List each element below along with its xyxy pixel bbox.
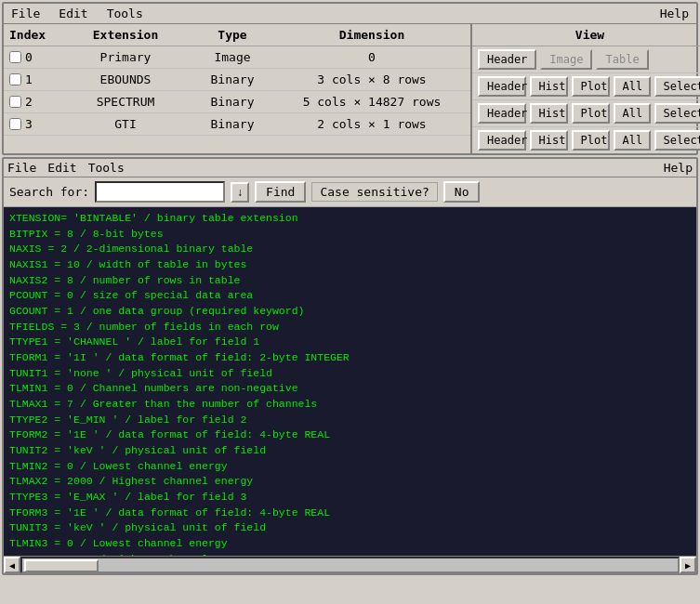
- top-menu-file[interactable]: File: [7, 6, 44, 21]
- row1-index: 1: [25, 72, 33, 86]
- row3-index: 3: [25, 117, 33, 131]
- hscroll-right-button[interactable]: ▶: [680, 557, 696, 573]
- content-line: TFORM3 = '1E ' / data format of field: 4…: [9, 506, 678, 521]
- row1-all-button[interactable]: All: [614, 76, 651, 97]
- row0-dimension: 0: [279, 50, 465, 64]
- row3-all-button[interactable]: All: [614, 130, 651, 151]
- content-line: TLMAX2 = 2000 / Highest channel energy: [9, 474, 678, 490]
- hscroll-container: ◀ ▶: [4, 556, 696, 573]
- row1-select-button[interactable]: Select: [654, 76, 701, 97]
- hscroll-left-button[interactable]: ◀: [4, 557, 20, 573]
- row0-index-cell: 0: [9, 50, 65, 64]
- view-section: View Header Image Table Header Hist Plot…: [470, 24, 700, 153]
- row2-type: Binary: [186, 95, 279, 109]
- search-bar: Search for: ↓ Find Case sensitive? No: [4, 177, 696, 207]
- col-type-header: Type: [186, 28, 279, 42]
- table-row: 0 Primary Image 0: [4, 46, 470, 69]
- row2-all-button[interactable]: All: [614, 103, 651, 124]
- search-label: Search for:: [9, 185, 89, 199]
- find-button[interactable]: Find: [255, 181, 306, 203]
- top-table-left: Index Extension Type Dimension 0 Primary…: [4, 24, 470, 153]
- row2-plot-button[interactable]: Plot: [572, 103, 610, 124]
- view-header: View: [472, 24, 700, 46]
- search-input[interactable]: [95, 181, 225, 203]
- row2-view-buttons: Header Hist Plot All Select: [472, 100, 700, 127]
- content-line: TLMIN1 = 0 / Channel numbers are non-neg…: [9, 381, 678, 397]
- content-line: TFIELDS = 3 / number of fields in each r…: [9, 320, 678, 335]
- row3-select-button[interactable]: Select: [654, 130, 701, 151]
- content-line: TUNIT1 = 'none ' / physical unit of fiel…: [9, 366, 678, 382]
- content-line: PCOUNT = 0 / size of special data area: [9, 288, 678, 304]
- bottom-menu-help[interactable]: Help: [664, 161, 693, 175]
- row2-dimension: 5 cols × 14827 rows: [279, 95, 465, 109]
- search-arrow-button[interactable]: ↓: [231, 182, 249, 203]
- content-line: NAXIS1 = 10 / width of table in bytes: [9, 257, 678, 273]
- row1-type: Binary: [186, 72, 279, 86]
- row3-plot-button[interactable]: Plot: [572, 130, 610, 151]
- content-line: XTENSION= 'BINTABLE' / binary table exte…: [9, 211, 678, 227]
- row1-view-buttons: Header Hist Plot All Select: [472, 73, 700, 100]
- hscroll-thumb: [24, 559, 99, 572]
- top-table: Index Extension Type Dimension 0 Primary…: [4, 24, 696, 153]
- row1-index-cell: 1: [9, 72, 65, 86]
- content-line: NAXIS = 2 / 2-dimensional binary table: [9, 242, 678, 257]
- content-line: TFORM2 = '1E ' / data format of field: 4…: [9, 427, 678, 443]
- row1-header-button[interactable]: Header: [478, 76, 526, 97]
- table-row: 3 GTI Binary 2 cols × 1 rows: [4, 113, 470, 136]
- row2-checkbox[interactable]: [9, 96, 21, 108]
- row2-header-button[interactable]: Header: [478, 103, 526, 124]
- row1-extension: EBOUNDS: [65, 72, 186, 86]
- content-area[interactable]: XTENSION= 'BINTABLE' / binary table exte…: [4, 207, 696, 556]
- bottom-menu-file[interactable]: File: [7, 161, 36, 175]
- row0-index: 0: [25, 50, 33, 64]
- case-sensitive-label: Case sensitive?: [311, 182, 437, 202]
- row3-header-button[interactable]: Header: [478, 130, 526, 151]
- row3-view-buttons: Header Hist Plot All Select: [472, 127, 700, 153]
- bottom-menu-edit[interactable]: Edit: [47, 161, 76, 175]
- top-menu-help[interactable]: Help: [656, 6, 693, 21]
- row0-image-button: Image: [540, 49, 592, 70]
- content-line: TTYPE3 = 'E_MAX ' / label for field 3: [9, 490, 678, 506]
- row3-extension: GTI: [65, 117, 186, 131]
- top-menu-tools[interactable]: Tools: [103, 6, 147, 21]
- row1-hist-button[interactable]: Hist: [530, 76, 568, 97]
- content-line: TTYPE1 = 'CHANNEL ' / label for field 1: [9, 335, 678, 350]
- bottom-menu-tools[interactable]: Tools: [88, 161, 125, 175]
- row0-checkbox[interactable]: [9, 51, 21, 63]
- col-dim-header: Dimension: [279, 28, 465, 42]
- row0-table-button: Table: [596, 49, 648, 70]
- bottom-panel: File Edit Tools Help Search for: ↓ Find …: [2, 157, 698, 575]
- content-line: TLMAX1 = 7 / Greater than the number of …: [9, 397, 678, 413]
- row2-hist-button[interactable]: Hist: [530, 103, 568, 124]
- row0-view-buttons: Header Image Table: [472, 46, 700, 73]
- bottom-menu-bar: File Edit Tools Help: [4, 159, 696, 177]
- row0-header-button[interactable]: Header: [478, 49, 536, 70]
- content-line: TUNIT3 = 'keV ' / physical unit of field: [9, 520, 678, 536]
- row1-checkbox[interactable]: [9, 73, 21, 85]
- content-line: NAXIS2 = 8 / number of rows in table: [9, 273, 678, 289]
- no-button[interactable]: No: [443, 181, 481, 203]
- row1-dimension: 3 cols × 8 rows: [279, 72, 465, 86]
- row0-type: Image: [186, 50, 279, 64]
- content-line: TLMIN3 = 0 / Lowest channel energy: [9, 536, 678, 552]
- hscroll-bar[interactable]: [20, 557, 680, 573]
- row1-plot-button[interactable]: Plot: [572, 76, 610, 97]
- row3-type: Binary: [186, 117, 279, 131]
- table-row: 1 EBOUNDS Binary 3 cols × 8 rows: [4, 69, 470, 91]
- content-line: TLMIN2 = 0 / Lowest channel energy: [9, 459, 678, 475]
- content-line: TUNIT2 = 'keV ' / physical unit of field: [9, 443, 678, 459]
- content-line: BITPIX = 8 / 8-bit bytes: [9, 227, 678, 243]
- col-index-header: Index: [9, 28, 65, 42]
- row2-extension: SPECTRUM: [65, 95, 186, 109]
- row3-hist-button[interactable]: Hist: [530, 130, 568, 151]
- content-line: TFORM1 = '1I ' / data format of field: 2…: [9, 350, 678, 366]
- row3-dimension: 2 cols × 1 rows: [279, 117, 465, 131]
- top-menu-edit[interactable]: Edit: [55, 6, 91, 21]
- row2-index: 2: [25, 95, 33, 109]
- row3-checkbox[interactable]: [9, 118, 21, 130]
- row2-select-button[interactable]: Select: [654, 103, 701, 124]
- row3-index-cell: 3: [9, 117, 65, 131]
- content-line: TTYPE2 = 'E_MIN ' / label for field 2: [9, 413, 678, 428]
- col-ext-header: Extension: [65, 28, 186, 42]
- row0-extension: Primary: [65, 50, 186, 64]
